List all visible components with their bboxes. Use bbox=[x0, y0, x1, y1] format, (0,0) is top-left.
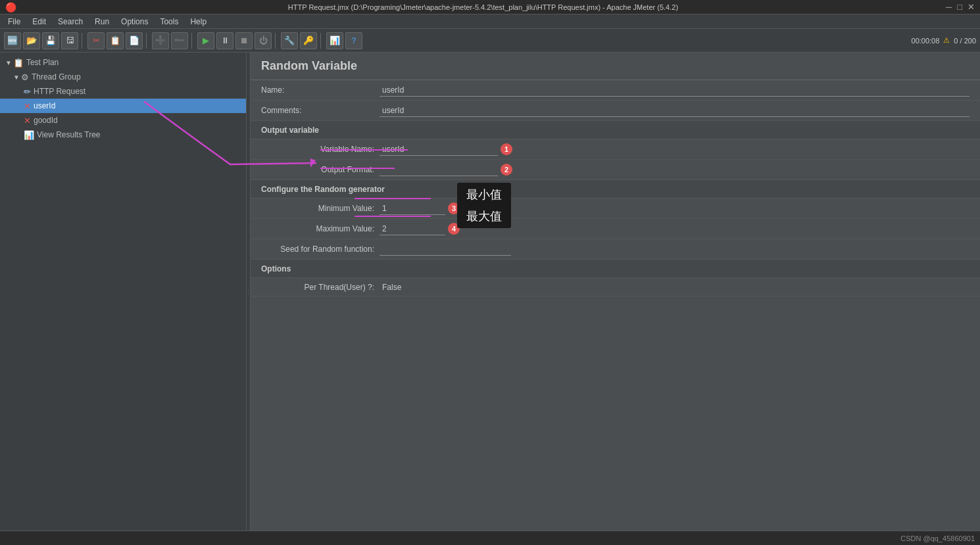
maximum-value-label: Maximum Value: bbox=[261, 224, 380, 233]
maximize-button[interactable]: □ bbox=[957, 2, 962, 12]
toolbar-paste[interactable]: 📄 bbox=[126, 32, 143, 49]
warning-icon: ⚠ bbox=[943, 36, 950, 45]
menu-file[interactable]: File bbox=[3, 16, 26, 28]
toolbar-template[interactable]: 📊 bbox=[326, 32, 343, 49]
toolbar-cut[interactable]: ✂ bbox=[87, 32, 105, 49]
variable-name-input[interactable] bbox=[380, 143, 498, 156]
close-button[interactable]: ✕ bbox=[968, 2, 975, 12]
sidebar-item-http-request[interactable]: ✏ HTTP Request bbox=[0, 84, 246, 99]
per-thread-label: Per Thread(User) ?: bbox=[261, 283, 380, 292]
comments-label: Comments: bbox=[261, 106, 380, 115]
toolbar: 🆕 📂 💾 🖫 ✂ 📋 📄 ➕ ➖ ▶ ⏸ ⏹ ⏻ 🔧 🔑 📊 ? 00:00:… bbox=[0, 29, 980, 53]
tooltip-max-text: 最大值 bbox=[466, 210, 502, 223]
view-results-icon: 📊 bbox=[24, 130, 34, 140]
toolbar-remote-stop[interactable]: 🔑 bbox=[300, 32, 317, 49]
name-label: Name: bbox=[261, 85, 380, 95]
name-input[interactable] bbox=[380, 83, 969, 97]
menu-options[interactable]: Options bbox=[116, 16, 153, 28]
toolbar-save[interactable]: 💾 bbox=[42, 32, 59, 49]
seed-row: Seed for Random function: bbox=[251, 239, 980, 260]
minimum-value-label: Minimum Value: bbox=[261, 204, 380, 213]
toolbar-open[interactable]: 📂 bbox=[23, 32, 40, 49]
toolbar-new[interactable]: 🆕 bbox=[4, 32, 21, 49]
sidebar-item-userid[interactable]: ✕ userId bbox=[0, 99, 246, 113]
variable-name-row: Variable Name: 1 bbox=[251, 139, 980, 160]
sep-5 bbox=[320, 33, 323, 49]
goodid-icon: ✕ bbox=[24, 116, 31, 126]
thread-group-icon: ⚙ bbox=[21, 72, 29, 82]
toolbar-help[interactable]: ? bbox=[345, 32, 362, 49]
variable-name-label: Variable Name: bbox=[261, 145, 380, 154]
menu-run[interactable]: Run bbox=[89, 16, 114, 28]
run-counter: 0 / 200 bbox=[954, 37, 976, 45]
badge-1: 1 bbox=[501, 143, 512, 155]
userid-label: userId bbox=[34, 101, 55, 110]
test-plan-icon: 📋 bbox=[13, 58, 24, 68]
window-controls[interactable]: ─ □ ✕ bbox=[946, 2, 975, 12]
toolbar-remote-start[interactable]: 🔧 bbox=[281, 32, 298, 49]
status-bar: CSDN @qq_45860901 bbox=[0, 531, 980, 545]
sidebar-item-view-results-tree[interactable]: 📊 View Results Tree bbox=[0, 128, 246, 142]
per-thread-value: False bbox=[380, 282, 969, 293]
sep-2 bbox=[146, 33, 149, 49]
main-layout: ▼ 📋 Test Plan ▼ ⚙ Thread Group ✏ HTTP Re… bbox=[0, 53, 980, 531]
tooltip-max: 最大值 bbox=[457, 204, 511, 228]
menu-bar: File Edit Search Run Options Tools Help bbox=[0, 14, 980, 29]
goodid-label: goodId bbox=[34, 116, 58, 125]
menu-help[interactable]: Help bbox=[185, 16, 212, 28]
configure-header: Configure the Random generator bbox=[251, 180, 980, 199]
tooltip-min: 最小值 bbox=[457, 183, 511, 206]
name-row: Name: bbox=[251, 80, 980, 101]
seed-label: Seed for Random function: bbox=[261, 245, 380, 254]
options-header: Options bbox=[251, 260, 980, 278]
comments-input[interactable] bbox=[380, 104, 969, 117]
maximum-value-input[interactable] bbox=[380, 222, 445, 235]
form-section: Name: Comments: Output variable Variable… bbox=[251, 80, 980, 296]
window-title: HTTP Request.jmx (D:\Programing\Jmeter\a… bbox=[20, 3, 946, 11]
http-request-label: HTTP Request bbox=[34, 87, 86, 96]
userid-icon: ✕ bbox=[24, 101, 31, 111]
arrow-test-plan: ▼ bbox=[5, 59, 12, 66]
timer-display: 00:00:08 bbox=[912, 37, 940, 45]
output-variable-label: Output variable bbox=[261, 126, 319, 135]
toolbar-copy[interactable]: 📋 bbox=[107, 32, 124, 49]
test-plan-label: Test Plan bbox=[26, 58, 59, 67]
watermark: CSDN @qq_45860901 bbox=[900, 534, 975, 542]
view-results-label: View Results Tree bbox=[37, 130, 101, 139]
sidebar-item-goodid[interactable]: ✕ goodId bbox=[0, 113, 246, 128]
panel-title: Random Variable bbox=[251, 53, 980, 80]
output-variable-header: Output variable bbox=[251, 121, 980, 139]
sidebar-item-thread-group[interactable]: ▼ ⚙ Thread Group bbox=[0, 70, 246, 84]
per-thread-row: Per Thread(User) ?: False bbox=[251, 278, 980, 296]
title-bar: 🔴 HTTP Request.jmx (D:\Programing\Jmeter… bbox=[0, 0, 980, 14]
sep-4 bbox=[275, 33, 278, 49]
menu-edit[interactable]: Edit bbox=[27, 16, 51, 28]
badge-2: 2 bbox=[501, 164, 512, 176]
menu-search[interactable]: Search bbox=[53, 16, 88, 28]
http-request-icon: ✏ bbox=[24, 87, 31, 97]
toolbar-expand[interactable]: ➕ bbox=[152, 32, 169, 49]
toolbar-save-all[interactable]: 🖫 bbox=[61, 32, 78, 49]
thread-group-label: Thread Group bbox=[32, 72, 81, 82]
sidebar: ▼ 📋 Test Plan ▼ ⚙ Thread Group ✏ HTTP Re… bbox=[0, 53, 247, 531]
toolbar-status: 00:00:08 ⚠ 0 / 200 bbox=[912, 36, 976, 45]
minimize-button[interactable]: ─ bbox=[946, 2, 952, 12]
content-panel: Random Variable Name: Comments: Output v… bbox=[251, 53, 980, 531]
output-format-input[interactable] bbox=[380, 163, 498, 176]
minimum-value-input[interactable] bbox=[380, 202, 445, 215]
toolbar-shutdown[interactable]: ⏻ bbox=[255, 32, 272, 49]
output-format-row: Output Format: 2 bbox=[251, 160, 980, 180]
output-format-label: Output Format: bbox=[261, 165, 380, 174]
seed-input[interactable] bbox=[380, 243, 511, 256]
toolbar-start[interactable]: ▶ bbox=[197, 32, 214, 49]
menu-tools[interactable]: Tools bbox=[155, 16, 184, 28]
arrow-thread-group: ▼ bbox=[13, 74, 20, 81]
toolbar-collapse[interactable]: ➖ bbox=[171, 32, 188, 49]
app-icon: 🔴 bbox=[5, 2, 16, 12]
toolbar-start-no-pause[interactable]: ⏸ bbox=[216, 32, 233, 49]
configure-label: Configure the Random generator bbox=[261, 185, 385, 194]
minimum-value-row: Minimum Value: 3 bbox=[251, 199, 980, 219]
toolbar-stop[interactable]: ⏹ bbox=[235, 32, 253, 49]
options-label: Options bbox=[261, 264, 291, 273]
sidebar-item-test-plan[interactable]: ▼ 📋 Test Plan bbox=[0, 55, 246, 70]
